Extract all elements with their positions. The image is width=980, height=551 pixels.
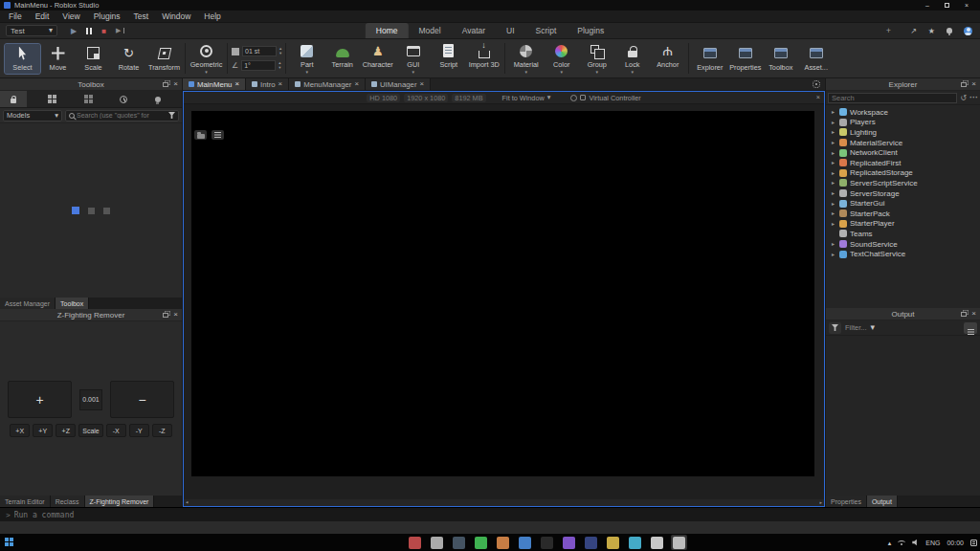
float-panel-icon[interactable] bbox=[163, 82, 168, 87]
ribbon-tool-button[interactable]: Rotate bbox=[111, 44, 146, 74]
document-tab[interactable]: MainMenu bbox=[183, 78, 246, 90]
geometric-snapping-button[interactable]: Geometric bbox=[189, 41, 224, 76]
expand-arrow-icon[interactable] bbox=[830, 129, 836, 135]
axis-button[interactable]: -X bbox=[106, 424, 126, 437]
document-tab[interactable]: UIManager bbox=[366, 78, 431, 90]
explorer-tree-item[interactable]: Players bbox=[826, 118, 980, 128]
taskbar-app-button[interactable] bbox=[649, 535, 665, 550]
expand-arrow-icon[interactable] bbox=[830, 252, 836, 257]
collaborate-icon[interactable] bbox=[910, 27, 917, 35]
offset-value[interactable]: 0.001 bbox=[79, 389, 102, 410]
move-snap-stepper[interactable] bbox=[279, 47, 281, 55]
ribbon-insert-button[interactable]: GUI bbox=[395, 41, 431, 76]
close-tab-icon[interactable] bbox=[278, 80, 283, 88]
increase-button[interactable]: + bbox=[8, 381, 72, 418]
taskbar-app-button[interactable] bbox=[539, 535, 555, 550]
axis-button[interactable]: +Z bbox=[56, 424, 76, 437]
explorer-tree-item[interactable]: ServerScriptService bbox=[826, 178, 980, 188]
ribbon-tab[interactable]: UI bbox=[496, 23, 525, 38]
taskbar-app-button[interactable] bbox=[583, 535, 599, 550]
assistant-icon[interactable] bbox=[928, 27, 935, 35]
taskbar-app-button[interactable] bbox=[605, 535, 621, 550]
ribbon-window-button[interactable]: Toolbox bbox=[763, 44, 798, 74]
expand-arrow-icon[interactable] bbox=[830, 150, 836, 156]
expand-arrow-icon[interactable] bbox=[830, 241, 836, 247]
ribbon-tab[interactable]: Home bbox=[366, 23, 409, 38]
ribbon-tab[interactable]: Avatar bbox=[452, 23, 496, 38]
decrease-button[interactable]: − bbox=[110, 381, 174, 418]
ribbon-tool-button[interactable]: Scale bbox=[76, 44, 111, 74]
ribbon-insert-button[interactable]: Character bbox=[360, 41, 395, 76]
taskbar-app-button[interactable] bbox=[451, 535, 467, 550]
test-mode-dropdown[interactable]: Test bbox=[6, 25, 57, 36]
explorer-tree-item[interactable]: Teams bbox=[826, 229, 980, 239]
document-tab[interactable]: Intro bbox=[246, 78, 289, 90]
explorer-tree-item[interactable]: Workspace bbox=[826, 107, 980, 118]
explorer-search-input[interactable] bbox=[828, 93, 957, 103]
ribbon-tool-button[interactable]: Move bbox=[40, 44, 76, 74]
ribbon-insert-button[interactable]: Part bbox=[289, 41, 324, 76]
ribbon-edit-button[interactable]: Lock bbox=[614, 41, 650, 76]
close-panel-icon[interactable] bbox=[971, 80, 976, 88]
expand-arrow-icon[interactable] bbox=[830, 201, 836, 207]
clock[interactable]: 00:00 bbox=[947, 540, 964, 546]
menu-button[interactable] bbox=[212, 130, 224, 140]
viewport-settings-gear-icon[interactable] bbox=[813, 80, 820, 88]
menu-item[interactable]: File bbox=[2, 11, 29, 21]
expand-arrow-icon[interactable] bbox=[830, 221, 836, 227]
maximize-button[interactable] bbox=[945, 3, 949, 8]
ribbon-edit-button[interactable]: Color bbox=[544, 41, 579, 76]
command-input[interactable] bbox=[14, 511, 974, 519]
menu-item[interactable]: Help bbox=[197, 11, 227, 21]
panel-tab[interactable]: Output bbox=[867, 496, 898, 507]
float-panel-icon[interactable] bbox=[961, 82, 967, 87]
ribbon-edit-button[interactable]: Group bbox=[579, 41, 614, 76]
stop-button[interactable] bbox=[101, 27, 106, 35]
ribbon-tab[interactable]: Model bbox=[408, 23, 451, 38]
expand-arrow-icon[interactable] bbox=[830, 109, 836, 115]
axis-button[interactable]: -Y bbox=[129, 424, 149, 437]
game-viewport[interactable] bbox=[184, 104, 824, 499]
play-button[interactable] bbox=[71, 27, 77, 35]
taskbar-app-button[interactable] bbox=[517, 535, 533, 550]
close-tab-icon[interactable] bbox=[234, 80, 239, 88]
explorer-tree-item[interactable]: StarterGui bbox=[826, 198, 980, 209]
filter-funnel-icon[interactable] bbox=[168, 112, 175, 119]
expand-arrow-icon[interactable] bbox=[830, 180, 836, 186]
ribbon-tab[interactable]: Plugins bbox=[567, 23, 614, 38]
explorer-tree-item[interactable]: ServerStorage bbox=[826, 188, 980, 199]
taskbar-app-button[interactable] bbox=[407, 535, 423, 550]
explorer-tree-item[interactable]: SoundService bbox=[826, 239, 980, 250]
pause-button[interactable] bbox=[86, 28, 92, 34]
collision-groups-button[interactable] bbox=[194, 130, 207, 140]
creations-icon[interactable] bbox=[155, 97, 161, 102]
start-button[interactable] bbox=[5, 538, 13, 548]
explorer-tree-item[interactable]: ReplicatedStorage bbox=[826, 168, 980, 179]
scroll-left-icon[interactable] bbox=[186, 500, 189, 505]
volume-icon[interactable] bbox=[912, 540, 919, 546]
document-tab[interactable]: MenuManager bbox=[289, 78, 366, 90]
rotate-snap-stepper[interactable] bbox=[278, 61, 280, 70]
panel-tab[interactable]: Terrain Editor bbox=[0, 496, 51, 507]
ribbon-insert-button[interactable]: Script bbox=[431, 41, 466, 76]
ribbon-tab[interactable]: Script bbox=[525, 23, 568, 38]
panel-tab[interactable]: Asset Manager bbox=[0, 298, 56, 309]
horizontal-scrollbar[interactable] bbox=[184, 499, 824, 506]
virtual-controller-toggle[interactable]: Virtual Controller bbox=[570, 94, 640, 102]
filter-dropdown[interactable]: Filter... bbox=[845, 323, 867, 332]
explorer-menu-icon[interactable] bbox=[969, 94, 978, 102]
taskbar-app-button[interactable] bbox=[473, 535, 489, 550]
ribbon-insert-button[interactable]: Terrain bbox=[324, 41, 360, 76]
minimize-button[interactable] bbox=[925, 2, 929, 9]
filter-button[interactable] bbox=[829, 322, 841, 334]
panel-tab[interactable]: Toolbox bbox=[56, 298, 89, 309]
explorer-tree-item[interactable]: StarterPack bbox=[826, 209, 980, 219]
taskbar-app-button[interactable] bbox=[495, 535, 511, 550]
expand-arrow-icon[interactable] bbox=[830, 190, 836, 196]
float-panel-icon[interactable] bbox=[163, 313, 168, 318]
close-panel-icon[interactable] bbox=[173, 80, 178, 88]
ribbon-tool-button[interactable]: Transform bbox=[146, 44, 182, 74]
ribbon-edit-button[interactable]: Material bbox=[508, 41, 544, 76]
hidden-icons-chevron[interactable] bbox=[888, 540, 892, 546]
expand-arrow-icon[interactable] bbox=[830, 210, 836, 216]
